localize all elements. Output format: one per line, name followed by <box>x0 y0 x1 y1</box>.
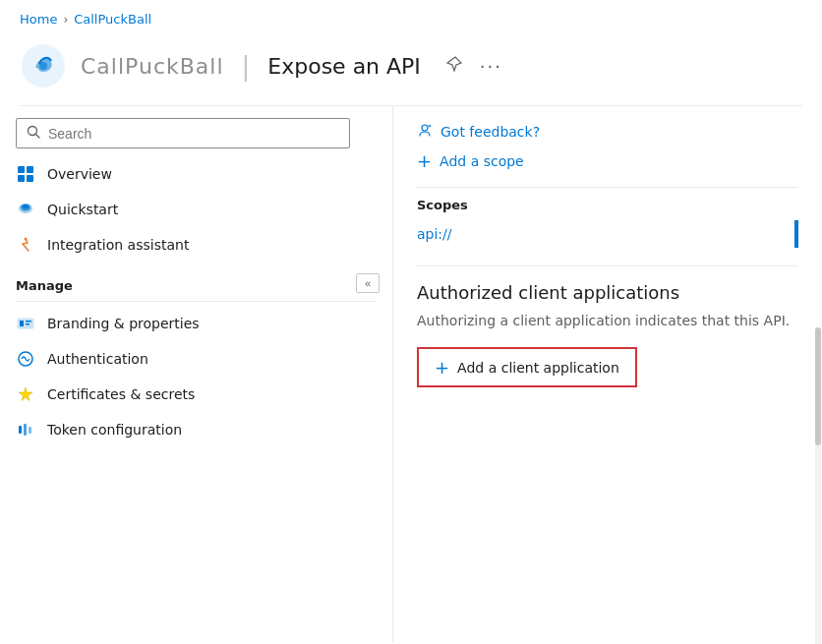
svg-rect-7 <box>27 175 33 182</box>
token-icon <box>16 420 35 439</box>
header-app-name: CallPuckBall <box>81 54 224 79</box>
sidebar-item-authentication[interactable]: Authentication <box>0 341 392 377</box>
add-scope-label: Add a scope <box>440 153 524 169</box>
branding-icon <box>16 314 35 333</box>
more-options-icon[interactable]: ··· <box>476 52 506 81</box>
certificates-label: Certificates & secrets <box>47 386 195 402</box>
branding-label: Branding & properties <box>47 316 200 331</box>
page-header: CallPuckBall | Expose an API ··· <box>0 34 822 105</box>
pin-icon[interactable] <box>442 52 466 80</box>
svg-rect-15 <box>26 323 29 325</box>
integration-label: Integration assistant <box>47 237 189 253</box>
breadcrumb-separator: › <box>63 13 68 27</box>
add-scope-row[interactable]: + Add a scope <box>417 150 798 171</box>
sidebar-item-quickstart[interactable]: Quickstart <box>0 192 392 227</box>
authentication-icon <box>16 349 35 369</box>
svg-line-3 <box>36 135 40 139</box>
app-icon <box>20 42 67 89</box>
breadcrumb-current[interactable]: CallPuckBall <box>74 12 151 27</box>
svg-rect-19 <box>29 427 31 434</box>
feedback-row[interactable]: Got feedback? <box>417 122 798 141</box>
svg-rect-14 <box>26 321 31 322</box>
authentication-label: Authentication <box>47 351 148 367</box>
search-bar[interactable] <box>16 118 350 148</box>
sidebar-item-certificates[interactable]: Certificates & secrets <box>0 377 392 412</box>
svg-rect-17 <box>19 426 22 434</box>
authorized-title: Authorized client applications <box>417 282 798 303</box>
sidebar-item-token[interactable]: Token configuration <box>0 412 392 447</box>
scopes-divider <box>417 187 798 188</box>
quickstart-label: Quickstart <box>47 202 118 217</box>
certificates-icon <box>16 384 35 404</box>
add-client-plus-icon: + <box>435 357 449 378</box>
collapse-sidebar-button[interactable]: « <box>356 273 380 293</box>
overview-icon <box>16 164 35 184</box>
svg-rect-4 <box>18 166 25 173</box>
svg-point-10 <box>23 205 29 208</box>
breadcrumb-home[interactable]: Home <box>20 12 57 27</box>
main-layout: « Overview <box>0 106 822 642</box>
sidebar-item-branding[interactable]: Branding & properties <box>0 306 392 341</box>
header-actions: ··· <box>442 52 506 81</box>
feedback-icon <box>417 122 433 141</box>
scope-active-indicator <box>794 220 798 248</box>
sidebar-item-integration[interactable]: Integration assistant <box>0 227 392 263</box>
svg-rect-5 <box>27 166 33 173</box>
svg-point-1 <box>39 62 47 70</box>
integration-icon <box>16 235 35 255</box>
authorized-description: Authorizing a client application indicat… <box>417 311 798 331</box>
overview-label: Overview <box>47 166 112 182</box>
page-title: Expose an API <box>267 54 421 79</box>
sidebar-item-overview[interactable]: Overview <box>0 156 392 192</box>
token-label: Token configuration <box>47 422 182 438</box>
quickstart-icon <box>16 200 35 219</box>
add-scope-plus-icon: + <box>417 150 432 171</box>
manage-section-title: Manage <box>0 263 392 297</box>
svg-point-20 <box>422 125 428 131</box>
auth-divider <box>417 265 798 266</box>
content-area: Got feedback? + Add a scope Scopes api:/… <box>393 106 822 642</box>
svg-rect-6 <box>18 175 25 182</box>
header-separator: | <box>242 51 251 81</box>
breadcrumb: Home › CallPuckBall <box>0 0 822 34</box>
sidebar-nav: Overview Quickstart <box>0 156 392 642</box>
search-icon <box>27 125 40 142</box>
sidebar: « Overview <box>0 106 393 642</box>
manage-divider <box>16 301 377 302</box>
scopes-section-title: Scopes <box>417 198 798 212</box>
search-input[interactable] <box>48 126 339 142</box>
scope-value: api:// <box>417 226 452 242</box>
feedback-label: Got feedback? <box>440 124 540 140</box>
add-client-label: Add a client application <box>457 360 619 376</box>
svg-rect-18 <box>24 424 27 436</box>
svg-rect-13 <box>20 321 24 326</box>
add-client-button[interactable]: + Add a client application <box>417 347 637 387</box>
scope-item[interactable]: api:// <box>417 220 798 248</box>
svg-point-11 <box>25 238 28 241</box>
